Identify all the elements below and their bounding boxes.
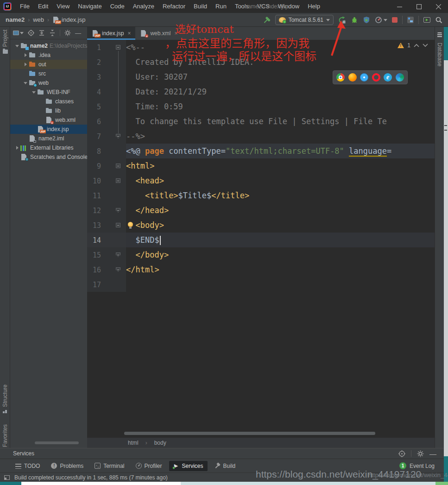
tree-item-classes[interactable]: classes <box>10 97 87 106</box>
tree-item-ScratchesandConsoles[interactable]: Scratches and Consoles <box>10 152 87 162</box>
maximize-icon[interactable] <box>409 0 429 13</box>
edge-icon[interactable] <box>396 73 404 82</box>
tree-item-idea[interactable]: .idea <box>10 50 87 60</box>
code-line-text[interactable]: To change this template use File | Setti… <box>126 114 435 129</box>
editor-breadcrumb-body[interactable]: body <box>154 440 166 446</box>
fold-end-icon[interactable] <box>116 134 120 139</box>
code-line-text[interactable]: <body> <box>126 218 435 233</box>
editor-breadcrumb-html[interactable]: html <box>128 440 139 446</box>
tree-item-name2[interactable]: name2E:\IdeaProjects\nam <box>10 41 87 50</box>
code-line-text[interactable]: <%@ page contentType="text/html;charset=… <box>126 144 435 158</box>
breadcrumb-item-indexjsp[interactable]: JSPindex.jsp <box>52 16 85 23</box>
tool-tab-database[interactable]: Database <box>435 29 444 66</box>
project-view-icon[interactable] <box>13 31 24 35</box>
editor-horizontal-scrollbar[interactable] <box>124 432 375 435</box>
code-line-7[interactable]: 7--%> <box>87 129 435 144</box>
expand-all-icon[interactable] <box>38 30 45 36</box>
chrome-icon[interactable] <box>336 73 345 82</box>
project-panel-scrollbar[interactable] <box>35 441 79 444</box>
code-line-8[interactable]: 8<%@ page contentType="text/html;charset… <box>87 144 435 158</box>
search-icon[interactable] <box>435 16 442 24</box>
code-line-13[interactable]: 13 <body> <box>87 218 435 233</box>
menu-file[interactable]: File <box>16 0 34 13</box>
fold-start-icon[interactable] <box>116 178 120 183</box>
layout-icon[interactable] <box>4 475 10 480</box>
menu-analyze[interactable]: Analyze <box>129 0 158 13</box>
tree-item-out[interactable]: out <box>10 60 87 69</box>
opera-icon[interactable] <box>372 73 380 82</box>
code-line-17[interactable]: 17 <box>87 277 435 292</box>
minimize-icon[interactable] <box>390 0 409 13</box>
fold-start-icon[interactable] <box>116 223 120 227</box>
gear-icon[interactable] <box>64 30 71 36</box>
collapse-all-icon[interactable] <box>49 30 56 36</box>
page-scrollbar-strip[interactable] <box>444 27 448 485</box>
tree-item-webxml[interactable]: xweb.xml <box>10 115 87 125</box>
menu-build[interactable]: Build <box>189 0 211 13</box>
code-line-text[interactable]: </html> <box>126 262 435 277</box>
tool-button-profiler[interactable]: Profiler <box>132 461 166 471</box>
code-line-9[interactable]: 9<html> <box>87 158 435 173</box>
code-line-14[interactable]: 14 $END$ <box>87 233 435 247</box>
code-line-text[interactable]: </body> <box>126 247 435 262</box>
code-line-text[interactable]: <title>$Title$</title> <box>126 188 435 203</box>
tab-indexjsp[interactable]: JSPindex.jsp× <box>87 27 135 40</box>
menu-run[interactable]: Run <box>211 0 231 13</box>
chevron-up-icon[interactable] <box>414 44 419 47</box>
safari-icon[interactable] <box>360 73 368 82</box>
locate-file-icon[interactable] <box>28 30 34 36</box>
close-icon[interactable]: × <box>127 30 131 37</box>
menu-view[interactable]: View <box>52 0 74 13</box>
tool-button-build[interactable]: Build <box>210 461 240 471</box>
gear-icon[interactable] <box>417 450 424 457</box>
build-hammer-icon[interactable] <box>263 16 271 24</box>
tool-button-terminal[interactable]: Terminal <box>90 461 128 471</box>
menu-code[interactable]: Code <box>106 0 129 13</box>
menu-help[interactable]: Help <box>303 0 324 13</box>
menu-refactor[interactable]: Refactor <box>158 0 189 13</box>
code-line-text[interactable]: <head> <box>126 173 435 188</box>
code-line-text[interactable]: Time: 0:59 <box>126 99 435 114</box>
profiler-button[interactable] <box>375 16 387 24</box>
fold-end-icon[interactable] <box>116 267 120 272</box>
inspection-widget[interactable]: 1 <box>398 42 428 49</box>
code-line-text[interactable]: <html> <box>126 158 435 173</box>
fold-start-icon[interactable] <box>116 45 120 50</box>
hide-panel-icon[interactable]: — <box>75 30 81 37</box>
run-window-icon[interactable] <box>423 17 430 23</box>
chevron-collapsed-icon[interactable] <box>22 63 29 66</box>
fold-end-icon[interactable] <box>116 252 120 257</box>
tree-item-ExternalLibraries[interactable]: External Libraries <box>10 143 87 152</box>
hide-panel-icon[interactable]: — <box>429 450 436 458</box>
tree-item-lib[interactable]: lib <box>10 106 87 115</box>
close-icon[interactable] <box>429 0 448 13</box>
code-line-15[interactable]: 15 </body> <box>87 247 435 262</box>
ie-icon[interactable]: e <box>384 73 392 82</box>
tree-item-src[interactable]: src <box>10 69 87 78</box>
breadcrumb-item-web[interactable]: web <box>33 16 44 23</box>
breadcrumb-item-name2[interactable]: name2 <box>6 16 25 23</box>
code-line-12[interactable]: 12 </head> <box>87 203 435 218</box>
firefox-icon[interactable] <box>348 73 357 82</box>
tree-item-WEBINF[interactable]: WEB-INF <box>10 88 87 97</box>
code-line-11[interactable]: 11 <title>$Title$</title> <box>87 188 435 203</box>
fold-start-icon[interactable] <box>116 164 120 168</box>
tree-item-indexjsp[interactable]: JSPindex.jsp <box>10 125 87 134</box>
code-line-text[interactable] <box>126 277 435 292</box>
code-line-6[interactable]: 6 To change this template use File | Set… <box>87 114 435 129</box>
code-editor[interactable]: 1<%--2 Created by IntelliJ IDEA.3 User: … <box>87 40 435 438</box>
code-line-text[interactable]: </head> <box>126 203 435 218</box>
code-line-text[interactable]: --%> <box>126 129 435 144</box>
menu-edit[interactable]: Edit <box>34 0 52 13</box>
chevron-collapsed-icon[interactable] <box>14 146 20 150</box>
menu-navigate[interactable]: Navigate <box>74 0 106 13</box>
code-line-4[interactable]: 4 Date: 2021/1/29 <box>87 84 435 99</box>
chevron-expanded-icon[interactable] <box>31 91 37 94</box>
stop-icon[interactable] <box>392 17 398 23</box>
tool-button-services[interactable]: ▶Services <box>169 461 208 471</box>
chevron-collapsed-icon[interactable] <box>22 53 29 57</box>
tree-item-web[interactable]: web <box>10 78 87 88</box>
tool-tab-structure[interactable]: Structure <box>0 384 10 415</box>
project-structure-icon[interactable] <box>407 17 414 23</box>
lightbulb-icon[interactable] <box>128 222 133 227</box>
